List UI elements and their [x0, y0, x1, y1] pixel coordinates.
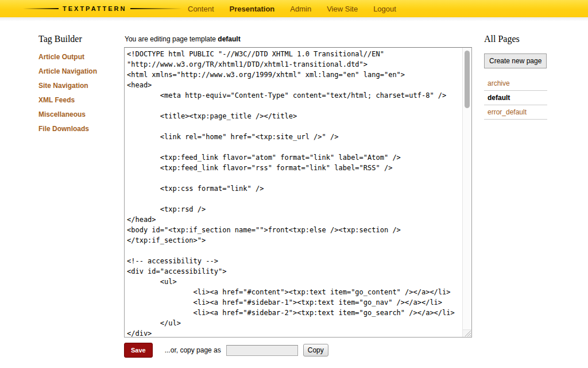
template-editor-box: <!DOCTYPE html PUBLIC "-//W3C//DTD XHTML…	[124, 47, 472, 338]
copy-button[interactable]: Copy	[303, 344, 328, 356]
logo-line-left	[23, 8, 59, 9]
tagbuilder-link-site-navigation[interactable]: Site Navigation	[38, 82, 123, 90]
tag-builder-panel: Tag Builder Article Output Article Navig…	[38, 34, 123, 139]
nav-item-admin[interactable]: Admin	[290, 5, 311, 13]
nav-item-presentation[interactable]: Presentation	[230, 5, 275, 13]
page-current-default: default	[488, 94, 510, 102]
page-list-item-error-default[interactable]: error_default	[484, 105, 547, 120]
page-link-archive[interactable]: archive	[488, 79, 510, 87]
editor-scrollbar[interactable]	[462, 48, 471, 329]
top-nav: Content Presentation Admin View Site Log…	[188, 0, 396, 17]
resize-grip-icon[interactable]	[462, 329, 471, 337]
create-new-page-button[interactable]: Create new page	[484, 53, 547, 68]
tagbuilder-link-xml-feeds[interactable]: XML Feeds	[38, 96, 123, 104]
nav-item-logout[interactable]: Logout	[373, 5, 396, 13]
nav-item-content[interactable]: Content	[188, 5, 214, 13]
logo-text: TEXTPATTERN	[63, 5, 126, 12]
topbar-shadow	[0, 17, 588, 21]
copy-page-name-input[interactable]	[226, 345, 298, 356]
tagbuilder-link-file-downloads[interactable]: File Downloads	[38, 125, 123, 133]
editor-footer: Save ...or, copy page as Copy	[124, 343, 328, 358]
tagbuilder-link-article-navigation[interactable]: Article Navigation	[38, 67, 123, 75]
nav-item-view-site[interactable]: View Site	[327, 5, 358, 13]
copy-page-label: ...or, copy page as	[165, 346, 221, 354]
editing-template-name: default	[218, 35, 240, 43]
page-link-error-default[interactable]: error_default	[488, 108, 527, 116]
tag-builder-title: Tag Builder	[38, 34, 123, 44]
textpattern-logo: TEXTPATTERN	[23, 0, 182, 17]
save-button[interactable]: Save	[124, 343, 153, 358]
top-bar: TEXTPATTERN Content Presentation Admin V…	[0, 0, 588, 17]
page-list-item-archive[interactable]: archive	[484, 76, 547, 91]
editor-column: You are editing page template default <!…	[124, 35, 473, 338]
page-list: archive default error_default	[484, 76, 547, 120]
page-template-editor[interactable]: <!DOCTYPE html PUBLIC "-//W3C//DTD XHTML…	[125, 48, 463, 337]
tagbuilder-link-article-output[interactable]: Article Output	[38, 53, 123, 61]
all-pages-panel: All Pages Create new page archive defaul…	[484, 34, 547, 120]
editing-heading: You are editing page template default	[125, 35, 473, 43]
editor-scrollbar-thumb[interactable]	[465, 51, 470, 108]
all-pages-title: All Pages	[484, 34, 547, 44]
logo-line-right	[130, 8, 182, 9]
tagbuilder-link-miscellaneous[interactable]: Miscellaneous	[38, 110, 123, 118]
page-list-item-default[interactable]: default	[484, 91, 547, 105]
editing-heading-prefix: You are editing page template	[125, 35, 218, 43]
